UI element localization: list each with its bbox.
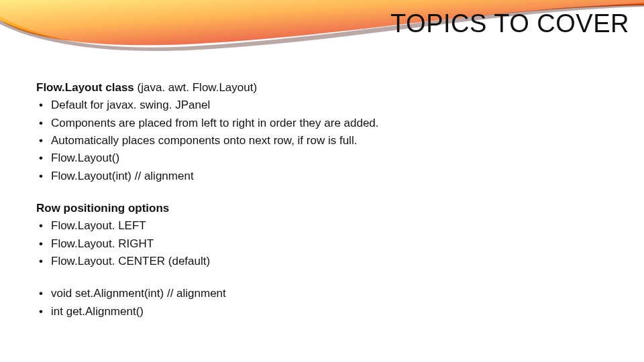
list-item: Flow.Layout. RIGHT: [36, 235, 624, 253]
list-item: int get.Alignment(): [36, 303, 624, 320]
bullet-list-1: Default for javax. swing. JPanel Compone…: [36, 97, 624, 185]
list-item: Flow.Layout(): [36, 149, 624, 167]
bullet-list-2: Flow.Layout. LEFT Flow.Layout. RIGHT Flo…: [36, 217, 624, 270]
list-item: Components are placed from left to right…: [36, 115, 624, 132]
list-item: void set.Alignment(int) // alignment: [36, 285, 624, 302]
section-heading-flowlayout: Flow.Layout class (java. awt. Flow.Layou…: [36, 79, 624, 97]
list-item: Automatically places components onto nex…: [36, 132, 624, 149]
list-item: Flow.Layout. LEFT: [36, 217, 624, 235]
slide-title: TOPICS TO COVER: [390, 9, 629, 38]
list-item: Flow.Layout. CENTER (default): [36, 253, 624, 270]
section-heading-row-pos: Row positioning options: [36, 200, 624, 217]
list-item: Default for javax. swing. JPanel: [36, 97, 624, 114]
slide-body: Flow.Layout class (java. awt. Flow.Layou…: [36, 79, 624, 320]
heading-rest: (java. awt. Flow.Layout): [138, 81, 258, 94]
list-item: Flow.Layout(int) // alignment: [36, 168, 624, 185]
bullet-list-3: void set.Alignment(int) // alignment int…: [36, 285, 624, 320]
heading-bold: Flow.Layout class: [36, 81, 138, 94]
